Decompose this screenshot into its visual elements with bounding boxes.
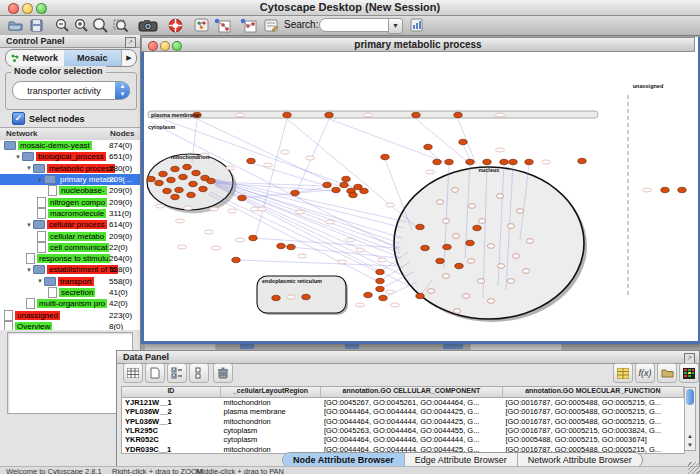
- table-row[interactable]: YLR295Ccytoplasm[GO:0045263, GO:0044464,…: [122, 426, 684, 435]
- edge: [242, 190, 330, 198]
- expand-triangle-icon[interactable]: ▼: [15, 154, 21, 160]
- cell-function: [GO:0005488, GO:0005215, GO:0003674]: [502, 435, 684, 444]
- tab-node-attribute-browser[interactable]: Node Attribute Browser: [283, 453, 405, 467]
- tree-row[interactable]: secretion41(0): [0, 287, 140, 298]
- tree-row[interactable]: ▼biological_process651(0): [0, 151, 140, 162]
- file-icon: [37, 208, 46, 219]
- cell-component: [GO:0044464, GO:0044444, GO:0044425, G..…: [321, 407, 503, 416]
- node-label-mark: [386, 290, 395, 294]
- help-lifebuoy-icon[interactable]: [167, 17, 184, 33]
- table-scrollbar[interactable]: ▲ ▼: [684, 387, 696, 451]
- col-region[interactable]: _cellularLayoutRegion: [221, 387, 321, 397]
- tree-row[interactable]: ▼primary metabo209(...: [0, 174, 140, 185]
- folder-icon: [44, 175, 56, 184]
- node: [155, 180, 163, 185]
- tree-row[interactable]: ▼metabolic process280(0): [0, 163, 140, 174]
- node-label-mark: [386, 203, 395, 207]
- expand-triangle-icon[interactable]: ▼: [26, 165, 32, 171]
- tree-row[interactable]: ▼establishment of lo558(0): [0, 264, 140, 275]
- tab-edge-attribute-browser[interactable]: Edge Attribute Browser: [405, 453, 518, 467]
- node-color-combo[interactable]: transporter activity ▲▼: [12, 81, 130, 100]
- zoom-fit-icon[interactable]: [92, 17, 109, 33]
- control-panel-tabs: Network Mosaic ▶: [5, 49, 137, 67]
- expand-triangle-icon[interactable]: ▼: [37, 177, 43, 183]
- zoom-out-icon[interactable]: [54, 17, 71, 33]
- node: [462, 294, 469, 299]
- node: [171, 166, 179, 171]
- control-panel-title: Control Panel: [0, 35, 140, 48]
- table-row[interactable]: YPL036W__1mitochondrion[GO:0044464, GO:0…: [122, 417, 684, 426]
- col-id[interactable]: ID: [122, 387, 221, 397]
- select-attributes-icon[interactable]: [167, 363, 187, 383]
- import-folder-icon[interactable]: [657, 363, 677, 383]
- tab-network[interactable]: Network: [6, 50, 64, 66]
- attribute-matrix-icon[interactable]: [613, 363, 633, 383]
- cell-component: [GO:0044464, GO:0044446, GO:0044444, G..…: [321, 435, 503, 444]
- tree-row[interactable]: nitrogen compo209(0): [0, 196, 140, 207]
- node: [436, 258, 444, 263]
- node: [349, 192, 357, 197]
- unselect-attributes-icon[interactable]: [189, 363, 209, 383]
- tab-mosaic[interactable]: Mosaic: [64, 50, 122, 66]
- search-dropdown-icon[interactable]: ▼: [388, 18, 403, 34]
- unassigned-label: unassigned: [633, 83, 664, 89]
- float-panel-icon[interactable]: ↗: [125, 37, 136, 48]
- folder-icon: [22, 152, 34, 161]
- expand-triangle-icon[interactable]: ▼: [26, 222, 32, 228]
- node-label-mark: [338, 260, 347, 264]
- tree-row[interactable]: nucleobase-209(0): [0, 185, 140, 196]
- node-label-mark: [178, 245, 187, 249]
- select-nodes-checkbox[interactable]: ✓: [12, 112, 25, 125]
- birdseye-view[interactable]: [7, 332, 133, 414]
- table-row[interactable]: YPL036W__2plasma membrane[GO:0044464, GO…: [122, 407, 684, 416]
- node-label-mark: [184, 206, 193, 210]
- expand-triangle-icon[interactable]: ▼: [26, 267, 32, 273]
- tree-row[interactable]: cellular metabo209(0): [0, 230, 140, 241]
- tree-row[interactable]: ▼transport558(0): [0, 276, 140, 287]
- node-label-mark: [356, 303, 365, 307]
- snapshot-camera-icon[interactable]: [137, 17, 159, 33]
- formula-icon[interactable]: f(x): [635, 363, 655, 383]
- tree-row[interactable]: response to stimulu264(0): [0, 253, 140, 264]
- trash-icon[interactable]: [213, 363, 233, 383]
- tree-row[interactable]: cell communicat22(0): [0, 242, 140, 253]
- search-input[interactable]: [319, 18, 391, 32]
- tabs-overflow-arrow[interactable]: ▶: [121, 50, 136, 66]
- node: [483, 159, 491, 164]
- tree-row[interactable]: unassigned223(0): [0, 309, 140, 320]
- zoom-in-icon[interactable]: [73, 17, 90, 33]
- col-cellular-component[interactable]: annotation.GO CELLULAR_COMPONENT: [321, 387, 502, 397]
- node-label-mark: [326, 220, 335, 224]
- tab-network-attribute-browser[interactable]: Network Attribute Browser: [518, 453, 642, 467]
- open-icon[interactable]: [7, 17, 24, 33]
- network-canvas[interactable]: plasma membranecytoplasmmitochondrionnuc…: [144, 52, 692, 338]
- scroll-up-icon[interactable]: ▲: [685, 432, 695, 441]
- main-titlebar[interactable]: Cytoscape Desktop (New Session): [0, 0, 700, 16]
- report-icon[interactable]: [408, 17, 425, 33]
- col-molecular-function[interactable]: annotation.GO MOLECULAR_FUNCTION: [503, 387, 684, 397]
- heatmap-icon[interactable]: [679, 363, 699, 383]
- save-icon[interactable]: [28, 17, 45, 33]
- table-row[interactable]: YKR052Ccytoplasm[GO:0044464, GO:0044446,…: [122, 435, 684, 444]
- tree-row[interactable]: macromolecule311(0): [0, 208, 140, 219]
- attribute-table-icon[interactable]: [123, 363, 143, 383]
- new-attribute-icon[interactable]: [145, 363, 165, 383]
- vizmapper-icon[interactable]: [212, 17, 232, 33]
- combo-stepper-icon: ▲▼: [115, 82, 130, 99]
- er-label: endoplasmic reticulum: [262, 278, 322, 284]
- table-row[interactable]: YJR121W__1mitochondrion[GO:0045267, GO:0…: [122, 398, 684, 407]
- scroll-down-icon[interactable]: ▼: [685, 441, 695, 450]
- create-network-icon[interactable]: [193, 17, 210, 33]
- annotation-form-icon[interactable]: [262, 17, 279, 33]
- tree-row[interactable]: mosaic-demo-yeast874(0): [0, 140, 140, 151]
- tree-row[interactable]: Overview8(0): [0, 321, 140, 330]
- resize-grip[interactable]: [688, 462, 700, 474]
- cell-region: mitochondrion: [221, 398, 321, 407]
- scrollbar-thumb[interactable]: [686, 389, 694, 405]
- expand-triangle-icon[interactable]: ▼: [37, 278, 43, 284]
- tree-row[interactable]: multi-organism pro42(0): [0, 298, 140, 309]
- tree-row[interactable]: ▼cellular process614(0): [0, 219, 140, 230]
- zoom-selected-icon[interactable]: [112, 17, 129, 33]
- filter-icon[interactable]: [238, 17, 258, 33]
- cell-function: [GO:0016787, GO:0005488, GO:0005215, G..…: [502, 407, 684, 416]
